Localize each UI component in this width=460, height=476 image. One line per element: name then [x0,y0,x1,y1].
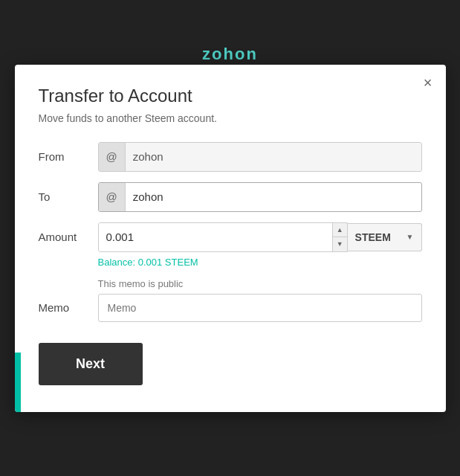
modal-container: × Transfer to Account Move funds to anot… [15,65,446,412]
next-button[interactable]: Next [39,343,143,385]
to-at-symbol: @ [99,183,126,211]
amount-input-wrapper: ▲ ▼ [98,222,348,252]
spinner-up-button[interactable]: ▲ [332,223,347,237]
currency-select-wrapper[interactable]: STEEM SBD ▼ [348,223,422,251]
from-row: From @ [39,142,422,172]
modal-subtitle: Move funds to another Steem account. [39,112,422,124]
from-at-symbol: @ [99,143,126,171]
modal-title: Transfer to Account [39,86,422,106]
spinner-buttons: ▲ ▼ [332,223,347,251]
memo-public-note: This memo is public [98,278,422,289]
balance-link[interactable]: Balance: 0.001 STEEM [98,257,422,268]
close-button[interactable]: × [424,75,433,90]
amount-input[interactable] [99,223,332,251]
memo-input[interactable] [98,294,422,322]
modal-overlay: × Transfer to Account Move funds to anot… [0,0,460,476]
from-input-wrapper: @ [98,142,422,172]
spinner-down-button[interactable]: ▼ [332,237,347,251]
amount-row: Amount ▲ ▼ STEEM SBD ▼ [39,222,422,252]
memo-row: Memo [39,294,422,322]
teal-accent [15,353,21,412]
from-label: From [39,150,98,163]
to-input[interactable] [126,183,421,211]
memo-label: Memo [39,301,98,314]
from-input [126,143,421,171]
currency-select[interactable]: STEEM SBD [355,231,404,243]
amount-label: Amount [39,231,98,243]
to-row: To @ [39,182,422,212]
chevron-down-icon: ▼ [406,233,414,241]
to-input-wrapper: @ [98,182,422,212]
to-label: To [39,190,98,203]
